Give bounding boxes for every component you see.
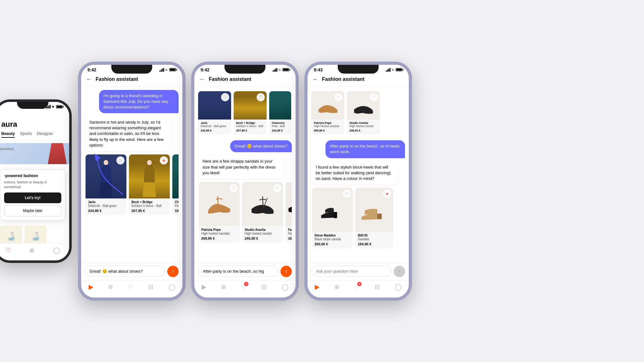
prev4-heart-1[interactable]: ♡	[334, 93, 342, 101]
nav-search-4[interactable]: ⊕	[334, 283, 340, 291]
nav-play-3[interactable]: ▶	[202, 283, 206, 291]
products-preview: 🍶 🍶	[0, 223, 69, 243]
prev-heart-1[interactable]: ♡	[221, 93, 229, 101]
prev-card-1[interactable]: ♡ Jarlo Deborah - Ball gown 234,95 €	[198, 91, 231, 135]
nav-play-2[interactable]: ▶	[89, 283, 93, 291]
sandal-card-2[interactable]: ♡ Studio Amelia High heeled sandal	[242, 182, 283, 243]
product-cards-4: ♡ Steve Madden Black stripe sandal	[311, 188, 405, 248]
sandal-img-2: ♡	[242, 182, 283, 226]
back-button-3[interactable]: ←	[199, 76, 205, 83]
nav-play-4[interactable]: ▶	[315, 283, 319, 291]
category-tabs[interactable]: Beauty Sports Designer	[0, 131, 69, 141]
product-img-2: ♥	[129, 154, 170, 198]
tab-designer[interactable]: Designer	[37, 131, 53, 138]
sandal-info-3: Faina High heele 167,97 €	[286, 226, 292, 243]
notch-1	[17, 102, 48, 109]
nav-profile-2[interactable]: ◯	[168, 283, 175, 291]
battery-4	[396, 68, 402, 71]
prev4-brand-2: Studio Amelia	[349, 121, 377, 125]
block-heart-2[interactable]: ♥	[383, 190, 391, 198]
status-icons-4: ≈	[386, 68, 402, 72]
block-heart-1[interactable]: ♡	[343, 190, 351, 198]
sandal-heart-2[interactable]: ♡	[273, 184, 281, 192]
signal-4	[386, 68, 391, 72]
product-name-2: Kehlani V dress - Ball	[131, 204, 167, 208]
nav-profile-3[interactable]: ◯	[281, 283, 288, 291]
prev-heart-2[interactable]: ♡	[257, 93, 265, 101]
nav-search-3[interactable]: ⊕	[221, 283, 226, 291]
prev4-card-1[interactable]: ♡ Patrizia Pepe High heeled sandals 269,…	[311, 91, 344, 135]
sandal-brand-3: Faina	[288, 228, 292, 231]
heart-btn-1[interactable]: ♡	[116, 156, 125, 164]
phone3-content: 9:42 ≈ ← Fashion assistant	[194, 65, 296, 298]
nav-bag-2[interactable]: ⊟	[148, 283, 153, 291]
prev-name-3: Peta - Ball	[272, 125, 289, 128]
svg-point-2	[147, 160, 152, 165]
block-info-1: Steve Madden Black stripe sandal 250,00 …	[312, 232, 353, 248]
nav-heart-4[interactable]: ♡2	[354, 283, 360, 291]
prev-price-1: 234,95 €	[201, 129, 229, 132]
send-button-3[interactable]: ↑	[280, 266, 292, 277]
tab-sports[interactable]: Sports	[20, 131, 32, 138]
nav-bag-4[interactable]: ⊟	[375, 283, 380, 291]
sandal-price-1: 269,95 €	[201, 237, 237, 240]
hero-figure	[48, 143, 67, 164]
product-preview-2[interactable]: 🍶	[25, 226, 47, 243]
wifi-2: ≈	[165, 68, 167, 72]
time-3: 9:42	[201, 67, 209, 72]
product-card-dress-3[interactable]: ♡ Chancery Peta - Ball 104,95 €	[172, 154, 179, 215]
back-button-2[interactable]: ←	[86, 76, 92, 83]
prev4-heart-2[interactable]: ♡	[370, 93, 378, 101]
block-brand-2: Billi Bi	[358, 234, 391, 237]
product-preview-1[interactable]: 🍶	[0, 226, 22, 243]
app-title: aura	[0, 110, 69, 131]
back-button-4[interactable]: ←	[313, 76, 318, 83]
chat-input-3[interactable]	[198, 266, 278, 277]
nav-bag-icon[interactable]: ⊕	[29, 247, 35, 254]
tab-beauty[interactable]: Beauty	[1, 131, 15, 138]
sandal-heart-1[interactable]: ♡	[230, 184, 238, 192]
send-button-2[interactable]: ↑	[167, 266, 179, 277]
product-cards-top-4: ♡ Patrizia Pepe High heeled sandals 269,…	[311, 90, 405, 136]
nav-profile-4[interactable]: ◯	[395, 283, 402, 291]
nav-search-2[interactable]: ⊕	[108, 283, 113, 290]
sandal-card-1[interactable]: ♡ Patrizia Pepe High heeled sandals	[199, 182, 240, 243]
sandal-info-2: Studio Amelia High heeled sandal 245,00 …	[242, 226, 283, 243]
block-card-1[interactable]: ♡ Steve Madden Black stripe sandal	[312, 188, 353, 248]
maybe-later-button[interactable]: Maybe later	[4, 205, 61, 216]
nav-heart-3[interactable]: ♡1	[241, 283, 247, 291]
product-card-dress-1[interactable]: ♡ Jarlo Deborah - Ball gown 234,95 €	[86, 154, 126, 215]
prev-brand-3: Chancery	[272, 121, 289, 125]
prev-card-3[interactable]: Chancery Peta - Ball 104,95 €	[269, 91, 291, 135]
signal-3	[273, 68, 277, 72]
sandal-card-3[interactable]: Faina High heele 167,97 €	[286, 182, 292, 243]
nav-heart-2[interactable]: ♡	[128, 283, 133, 291]
chat-title-3: Fashion assistant	[209, 76, 251, 82]
phone-2: 9:42 ≈ ← Fashion assistant I'	[78, 62, 186, 301]
status-icons-2: ≈	[159, 68, 176, 72]
chat-input-2[interactable]	[85, 266, 165, 277]
nav-profile-icon[interactable]: ◯	[53, 247, 60, 254]
time-2: 9:42	[87, 67, 96, 72]
heart-btn-2[interactable]: ♥	[160, 156, 168, 164]
prev-card-2[interactable]: ♡ Beck + Bridge Kehlani V dress - Ball 2…	[234, 91, 267, 135]
prev-img-3	[269, 91, 291, 120]
product-info-3: Chancery Peta - Ball 104,95 €	[172, 198, 179, 215]
product-card-dress-2[interactable]: ♥ Beck + Bridge Kehlani V dress - Ball 2…	[129, 154, 170, 215]
prev4-img-2: ♡	[347, 91, 380, 120]
product-price-3: 104,95 €	[175, 209, 179, 213]
signal-2	[159, 68, 164, 72]
prev4-card-2[interactable]: ♡ Studio Amelia High heeled sandal 245,0…	[347, 91, 380, 135]
product-cards-top-3: ♡ Jarlo Deborah - Ball gown 234,95 € ♡	[198, 90, 292, 136]
chat-input-bar-4: ↑	[308, 262, 409, 280]
chat-input-4[interactable]	[311, 266, 391, 277]
nav-bag-3[interactable]: ⊟	[261, 283, 267, 291]
block-price-1: 250,00 €	[314, 242, 350, 246]
prev-info-1: Jarlo Deborah - Ball gown 234,95 €	[198, 120, 231, 135]
send-button-4[interactable]: ↑	[394, 266, 405, 277]
product-img-1: ♡	[86, 154, 126, 198]
svg-rect-5	[377, 214, 382, 219]
block-card-2[interactable]: ♥ Billi Bi Sandals 184,95 €	[355, 188, 393, 248]
nav-heart-icon[interactable]: ♡	[5, 247, 11, 254]
lets-try-button[interactable]: Let's try!	[4, 192, 61, 203]
